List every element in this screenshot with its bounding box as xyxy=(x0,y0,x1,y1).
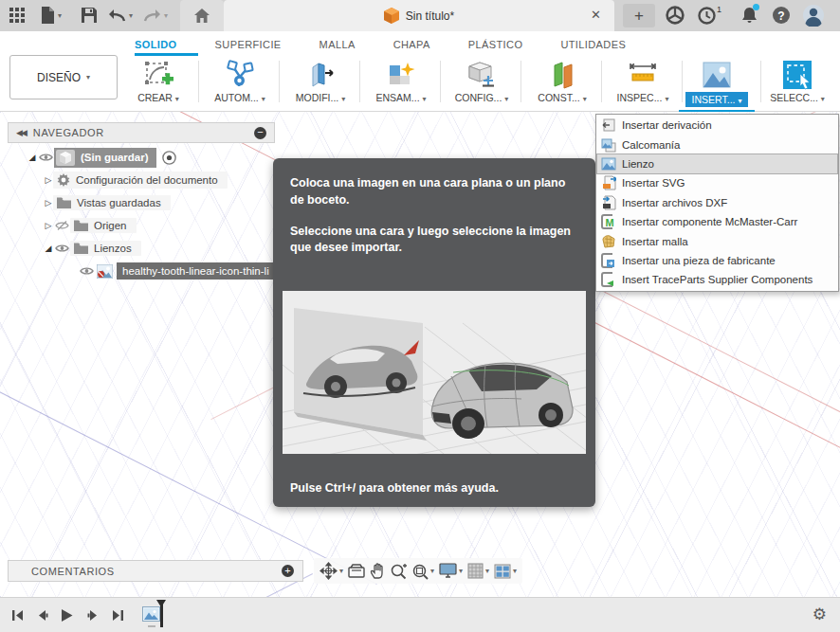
menu-item-pieza-fabricante[interactable]: Insertar una pieza de fabricante xyxy=(597,251,837,270)
timeline-canvas-feature[interactable] xyxy=(142,606,160,622)
zoom-button[interactable] xyxy=(390,563,407,580)
menu-item-insertar-dxf[interactable]: Insertar archivos DXF xyxy=(597,193,837,212)
expand-icon[interactable]: ◢ xyxy=(27,153,37,162)
undo-icon[interactable] xyxy=(107,6,126,25)
menu-item-insertar-derivacion[interactable]: Insertar derivación xyxy=(597,116,837,135)
home-tab[interactable] xyxy=(180,0,224,31)
tree-item-label: Vistas guardadas xyxy=(77,197,161,208)
close-tab-icon[interactable]: ✕ xyxy=(591,8,601,22)
tree-row-canvases[interactable]: ◢ Lienzos xyxy=(8,237,275,260)
collapsed-icon[interactable]: ▷ xyxy=(44,175,53,185)
minimize-panel-icon[interactable]: − xyxy=(254,127,266,139)
timeline-step-back-button[interactable] xyxy=(32,605,51,624)
pan-button[interactable] xyxy=(370,563,385,579)
timeline-go-to-start-button[interactable] xyxy=(8,605,27,624)
workspace-selector-button[interactable]: DISEÑO▾ xyxy=(9,55,118,99)
app-grid-icon[interactable] xyxy=(8,6,27,25)
tooltip-help-text: Pulse Ctrl+/ para obtener más ayuda. xyxy=(290,481,499,495)
toolbar-group-inspec[interactable]: INSPEC... ▾ xyxy=(603,59,683,108)
activate-component-radio[interactable] xyxy=(162,151,176,165)
save-icon[interactable] xyxy=(80,6,99,25)
new-tab-button[interactable]: + xyxy=(623,4,655,27)
canvas-image-icon xyxy=(97,264,113,279)
undo-caret-icon[interactable]: ▾ xyxy=(126,6,136,25)
toolbar-group-selecc[interactable]: SELECC... ▾ xyxy=(758,59,837,108)
job-status-clock-icon[interactable]: 1 xyxy=(695,4,718,27)
tab-chapa[interactable]: CHAPA xyxy=(393,39,430,50)
extensions-icon[interactable] xyxy=(664,4,686,27)
timeline-play-button[interactable] xyxy=(57,605,76,624)
toolbar-group-modifi[interactable]: MODIFI... ▾ xyxy=(281,59,360,108)
user-avatar[interactable] xyxy=(802,4,825,27)
file-menu-caret-icon[interactable]: ▾ xyxy=(55,6,64,25)
fit-button[interactable]: ▾ xyxy=(411,563,434,580)
construct-icon xyxy=(547,60,577,90)
collapsed-icon[interactable]: ▷ xyxy=(44,221,53,230)
tab-superficie[interactable]: SUPERFICIE xyxy=(215,39,282,50)
menu-item-mcmaster-carr[interactable]: M Insertar componente McMaster-Carr xyxy=(597,212,837,231)
display-settings-button[interactable]: ▾ xyxy=(439,563,463,579)
toolbar-group-autom[interactable]: AUTOM... ▾ xyxy=(200,59,280,108)
timeline-step-forward-button[interactable] xyxy=(83,605,102,624)
menu-item-calcomania[interactable]: Calcomanía xyxy=(597,135,837,153)
viewports-button[interactable]: ▾ xyxy=(494,564,517,579)
expand-icon[interactable]: ◢ xyxy=(44,244,53,253)
notification-dot xyxy=(753,4,759,10)
visibility-eye-icon[interactable] xyxy=(37,153,54,162)
tree-row-root[interactable]: ◢ (Sin guardar) xyxy=(8,146,275,169)
menu-item-insertar-malla[interactable]: Insertar malla xyxy=(597,231,837,250)
active-tab-indicator xyxy=(135,53,198,56)
redo-caret-icon[interactable]: ▾ xyxy=(161,6,171,25)
help-icon[interactable]: ? xyxy=(770,4,793,27)
tree-row-canvas-image[interactable]: healthy-tooth-linear-icon-thin-li xyxy=(8,260,275,282)
toolbar-group-label: INSPEC... ▾ xyxy=(603,92,683,103)
tree-row-saved-views[interactable]: ▷ Vistas guardadas xyxy=(8,191,275,214)
add-comment-icon[interactable]: + xyxy=(282,565,294,577)
comments-panel[interactable]: COMENTARIOS + xyxy=(8,560,303,582)
press-pull-icon xyxy=(305,60,336,90)
timeline-playhead[interactable] xyxy=(160,601,163,627)
component-cube-icon xyxy=(56,150,75,166)
toolbar-group-label: SELECC... ▾ xyxy=(758,92,837,103)
collapse-panel-icon[interactable]: ◀◀ xyxy=(16,128,26,137)
file-menu-icon[interactable] xyxy=(38,6,57,25)
timeline-settings-gear-icon[interactable]: ⚙ xyxy=(813,605,827,624)
tree-row-origin[interactable]: ▷ Origen xyxy=(8,214,275,237)
view-toolbar: ▾ ▾ ▾ ▾ ▾ xyxy=(314,558,522,584)
tree-row-document-settings[interactable]: ▷ Configuración del documento xyxy=(8,169,275,191)
toolbar-group-insert[interactable]: INSERT... ▾ xyxy=(677,59,757,108)
visibility-eye-off-icon[interactable] xyxy=(53,221,70,231)
timeline-go-to-end-button[interactable] xyxy=(108,605,127,624)
visibility-eye-icon[interactable] xyxy=(53,244,70,253)
tab-solido[interactable]: SOLIDO xyxy=(135,39,177,50)
notifications-bell-icon[interactable] xyxy=(738,4,760,27)
grid-snaps-button[interactable]: ▾ xyxy=(467,563,489,579)
orbit-button[interactable]: ▾ xyxy=(320,562,343,580)
toolbar-group-label: CONFIG... ▾ xyxy=(442,92,521,103)
tab-plastico[interactable]: PLÁSTICO xyxy=(468,39,523,50)
redo-icon[interactable] xyxy=(142,6,161,25)
comments-title: COMENTARIOS xyxy=(31,566,282,577)
root-document-label: (Sin guardar) xyxy=(81,152,149,163)
look-at-button[interactable] xyxy=(348,564,365,578)
menu-item-lienzo[interactable]: Lienzo xyxy=(597,154,837,173)
toolbar-group-config[interactable]: CONFIG... ▾ xyxy=(442,59,521,108)
tab-malla[interactable]: MALLA xyxy=(320,39,356,50)
folder-icon xyxy=(57,197,71,208)
toolbar-group-label-active: INSERT... ▾ xyxy=(685,92,749,107)
menu-item-label: Insert TraceParts Supplier Components xyxy=(622,274,813,285)
command-tooltip: Coloca una imagen en una cara plana o un… xyxy=(273,158,595,507)
toolbar-group-crear[interactable]: CREAR ▾ xyxy=(119,59,198,108)
navigator-header[interactable]: ◀◀ NAVEGADOR − xyxy=(8,122,275,143)
toolbar-group-ensam[interactable]: ENSAM... ▾ xyxy=(361,59,441,108)
document-tab[interactable]: Sin título* ✕ xyxy=(224,0,614,31)
toolbar-group-label: CONST... ▾ xyxy=(522,92,602,103)
menu-item-traceparts[interactable]: Insert TraceParts Supplier Components xyxy=(597,270,837,289)
assemble-icon xyxy=(386,60,416,90)
visibility-eye-icon[interactable] xyxy=(78,266,95,276)
toolbar-group-const[interactable]: CONST... ▾ xyxy=(522,59,602,108)
collapsed-icon[interactable]: ▷ xyxy=(44,198,53,208)
tab-utilidades[interactable]: UTILIDADES xyxy=(560,39,626,50)
root-document-item[interactable]: (Sin guardar) xyxy=(54,148,156,168)
menu-item-insertar-svg[interactable]: Insertar SVG xyxy=(597,173,837,192)
